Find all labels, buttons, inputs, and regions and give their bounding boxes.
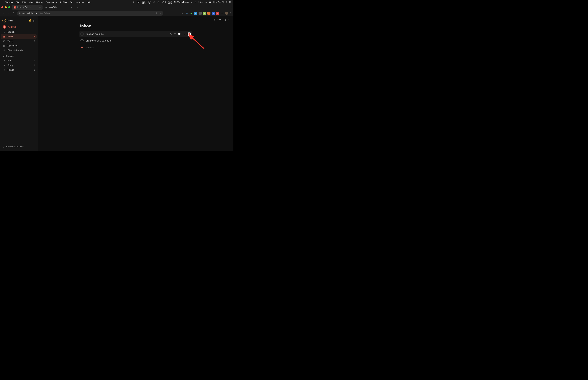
task-row[interactable]: ⋮⋮ Session example ✎ ▢ 💬 ⋯ [79, 31, 192, 38]
project-item-health[interactable]: # Health 2 [1, 68, 37, 72]
sidebar-toggle-icon[interactable]: ◫ [33, 19, 35, 22]
tab-close-button[interactable]: ✕ [70, 6, 72, 8]
tab-todoist[interactable]: ✓ Inbox – Todoist ✕ [12, 5, 42, 10]
sidebar: P Philip ⌄ 🔔 ◫ ＋ Add task ⌕ Search ▣ Inb… [0, 16, 38, 151]
extension-icon[interactable]: ▪ [194, 12, 197, 15]
project-label: Work [7, 59, 13, 62]
menubar-app[interactable]: Chrome [5, 1, 13, 3]
site-info-icon[interactable]: ⚙ [19, 12, 21, 14]
extension-icon[interactable]: ▪ [208, 12, 210, 15]
more-task-icon[interactable]: ⋯ [183, 33, 185, 35]
menubar-help[interactable]: Help [87, 1, 91, 3]
more-menu-button[interactable]: ⋯ [228, 18, 230, 21]
drag-handle-icon[interactable]: ⋮⋮ [76, 33, 80, 35]
tab-overflow-button[interactable]: ⌄ [230, 6, 232, 9]
tab-title: New Tab [49, 6, 57, 8]
tab-newtab[interactable]: ◉ New Tab ✕ [43, 5, 74, 10]
sidebar-item-today[interactable]: ▢ Today 3 [1, 39, 37, 43]
extensions-menu-icon[interactable]: ⊡ [221, 12, 224, 15]
macos-menubar: Chrome File Edit View History Bookmarks … [0, 0, 233, 4]
battery-icon[interactable]: ▭ [205, 1, 207, 3]
search-icon: ⌕ [3, 31, 6, 33]
wifi-icon[interactable]: ⌔ [195, 1, 196, 3]
sidebar-item-label: Search [7, 31, 15, 33]
extension-badge-icon[interactable] [188, 33, 191, 36]
cleanmymac-icon[interactable]: ◐ [153, 1, 155, 3]
forward-button[interactable]: → [7, 12, 10, 15]
menubar-date[interactable]: Mon Oct 21 [213, 1, 224, 3]
profile-menu[interactable]: P Philip ⌄ [2, 19, 16, 22]
menubar-tab[interactable]: Tab [70, 1, 73, 3]
extension-icon[interactable]: ▪ [212, 12, 215, 15]
sidebar-item-inbox[interactable]: ▣ Inbox 2 [1, 34, 37, 39]
hash-icon: # [3, 64, 6, 67]
sidebar-item-upcoming[interactable]: ▦ Upcoming [1, 43, 37, 48]
template-icon: ◇ [3, 145, 4, 148]
project-item-study[interactable]: # Study 1 [1, 63, 37, 68]
extension-icon[interactable]: ▪ [203, 12, 206, 15]
extension-icon[interactable]: ▪ [199, 12, 202, 15]
browse-templates-button[interactable]: ◇ Browse templates [1, 144, 37, 149]
url-host: app.todoist.com [22, 12, 38, 15]
bookmark-icon[interactable]: ☆ [159, 12, 161, 15]
notification-badge [30, 19, 31, 20]
address-bar[interactable]: ⚙ app.todoist.com/app/inbox ⤓ ☆ [17, 11, 163, 16]
menubar-profiles[interactable]: Profiles [59, 1, 67, 3]
sidebar-item-label: Inbox [7, 35, 13, 38]
menubar-history[interactable]: History [36, 1, 43, 3]
user-switch-icon[interactable]: ⚈ [209, 1, 211, 3]
sidebar-item-search[interactable]: ⌕ Search [1, 30, 37, 34]
tab-title: Inbox – Todoist [17, 6, 31, 8]
airdrop-icon[interactable]: ◔ [158, 1, 159, 3]
task-checkbox[interactable] [80, 33, 84, 36]
menubar-edit[interactable]: Edit [22, 1, 26, 3]
menubar-window[interactable]: Window [76, 1, 84, 3]
edit-task-icon[interactable]: ✎ [170, 33, 172, 35]
task-row[interactable]: Create chrome extension [79, 38, 192, 44]
project-item-work[interactable]: # Work 1 [1, 58, 37, 63]
hash-icon: # [3, 59, 6, 62]
sidebar-item-count: 2 [34, 35, 35, 38]
input-icon[interactable]: A [137, 1, 139, 3]
add-task-button[interactable]: ＋ Add task [1, 24, 37, 30]
git-icon[interactable]: ⎇ 3 [162, 1, 166, 3]
focus-status[interactable]: 5h 39min Focus [174, 1, 189, 3]
new-tab-button[interactable]: ＋ [75, 6, 80, 9]
grid-icon[interactable]: ⊞ [133, 1, 134, 3]
install-app-icon[interactable]: ⤓ [156, 12, 158, 15]
project-count: 1 [34, 59, 35, 62]
comments-icon[interactable]: ▢ [224, 18, 226, 21]
menubar-view[interactable]: View [29, 1, 33, 3]
add-task-inline-button[interactable]: ＋ Add task [79, 44, 192, 51]
chrome-menu-button[interactable]: ⋮ [229, 12, 232, 15]
projects-header[interactable]: My Projects [1, 53, 37, 58]
profile-avatar-icon[interactable] [225, 12, 228, 15]
extension-icon[interactable]: f [176, 12, 179, 15]
tab-close-button[interactable]: ✕ [39, 6, 41, 8]
comment-task-icon[interactable]: 💬 [178, 33, 181, 35]
extension-icon[interactable]: ▦ [181, 12, 184, 15]
annotation-arrow [189, 35, 209, 52]
sidebar-item-label: Upcoming [7, 44, 18, 47]
project-count: 1 [34, 64, 35, 67]
menubar-time[interactable]: 21 22 [226, 1, 231, 3]
window-zoom-button[interactable] [8, 6, 10, 8]
back-button[interactable]: ← [2, 12, 5, 15]
extension-icon[interactable]: ▪ [216, 12, 219, 15]
window-close-button[interactable] [1, 6, 3, 8]
window-minimize-button[interactable] [5, 6, 7, 8]
view-button[interactable]: ⚙ View [213, 18, 221, 21]
chrome-favicon-icon: ◉ [45, 6, 47, 8]
profile-name: Philip [7, 19, 13, 22]
focus-icon[interactable]: ○ [191, 1, 192, 3]
menubar-file[interactable]: File [16, 1, 19, 3]
project-label: Health [7, 69, 14, 71]
task-checkbox[interactable] [80, 39, 84, 42]
sidebar-item-filters[interactable]: ⊞ Filters & Labels [1, 48, 37, 53]
extension-icon[interactable]: ✱ [185, 12, 188, 15]
menubar-bookmarks[interactable]: Bookmarks [46, 1, 57, 3]
reload-button[interactable]: ⟳ [12, 12, 15, 15]
sliders-icon: ⚙ [213, 18, 216, 21]
schedule-task-icon[interactable]: ▢ [174, 33, 176, 35]
extension-icon[interactable]: ◉ [190, 12, 193, 15]
